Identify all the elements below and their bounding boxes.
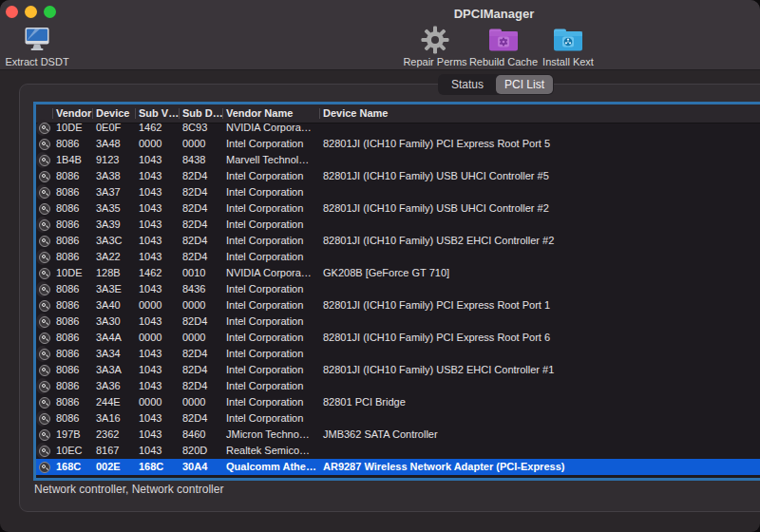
table-row[interactable]: 197B 2362 1043 8460 JMicron Techno… JMB3… — [36, 427, 760, 443]
sub-vendor-cell: 1043 — [136, 410, 180, 427]
device-id-cell: 3A4A — [93, 330, 136, 346]
vendor-id-cell: 8086 — [53, 184, 93, 200]
sub-device-cell: 82D4 — [180, 200, 223, 217]
device-id-cell: 3A34 — [93, 346, 136, 362]
sub-device-cell: 82D4 — [180, 314, 223, 330]
magnifier-icon — [39, 397, 50, 408]
extract-dsdt-button[interactable]: Extract DSDT — [4, 24, 70, 67]
table-row[interactable]: 8086 3A48 0000 0000 Intel Corporation 82… — [36, 136, 760, 152]
vendor-id-cell: 8086 — [53, 410, 93, 427]
table-row[interactable]: 8086 3A3C 1043 82D4 Intel Corporation 82… — [36, 233, 760, 249]
window-title: DPCIManager — [408, 7, 580, 21]
sub-device-cell: 0010 — [180, 265, 223, 281]
device-id-cell: 3A40 — [93, 297, 136, 314]
sub-device-cell: 82D4 — [180, 233, 223, 249]
device-name-cell: 82801JI (ICH10 Family) USB UHCI Controll… — [320, 378, 323, 394]
install-kext-button[interactable]: Install Kext — [532, 24, 604, 67]
magnifier-icon — [39, 332, 50, 344]
table-row[interactable]: 8086 3A22 1043 82D4 Intel Corporation 82… — [36, 249, 48, 265]
pci-table: Vendor Device Sub V… Sub D… Vendor Name … — [33, 102, 760, 481]
table-row[interactable]: 8086 3A37 1043 82D4 Intel Corporation 82… — [36, 184, 48, 200]
table-row[interactable]: 8086 3A16 1043 82D4 Intel Corporation 82… — [36, 410, 48, 427]
device-name-cell: 82801JI (ICH10 Family) PCI Express Root … — [320, 136, 760, 152]
magnifier-icon — [39, 219, 50, 231]
column-header-vendor[interactable]: Vendor — [53, 104, 93, 123]
device-name-cell: 82801JI (ICH10 Family) USB UHCI Controll… — [320, 217, 323, 233]
vendor-id-cell: 8086 — [53, 233, 93, 249]
sub-vendor-cell: 1043 — [136, 184, 180, 200]
tab-pci-list[interactable]: PCI List — [496, 75, 553, 94]
table-body: 10DE 0E0F 1462 8C93 NVIDIA Corpora… GK20… — [36, 120, 760, 475]
sub-vendor-cell: 1043 — [136, 281, 180, 297]
device-name-cell: 82801JI (ICH10 Family) PCI Express Root … — [320, 297, 760, 314]
close-button[interactable] — [6, 6, 18, 18]
sub-device-cell: 8438 — [180, 152, 223, 168]
column-header-vendor-name[interactable]: Vendor Name — [223, 104, 320, 123]
gear-icon — [421, 26, 449, 54]
column-header-device-name[interactable]: Device Name — [320, 104, 760, 123]
sub-vendor-cell: 1043 — [136, 200, 180, 217]
device-name-cell: 82801 PCI Bridge — [320, 394, 760, 410]
sub-device-cell: 82D4 — [180, 378, 223, 394]
table-row[interactable]: 8086 3A34 1043 82D4 Intel Corporation 82… — [36, 346, 48, 362]
sub-device-cell: 82D4 — [180, 249, 223, 265]
sub-vendor-cell: 1043 — [136, 168, 180, 184]
traffic-lights — [6, 6, 56, 18]
view-tabs: Status PCI List — [438, 74, 554, 95]
device-name-cell: 82801JIR (ICH10R) LPC Interface Controll… — [320, 410, 323, 427]
device-id-cell: 9123 — [93, 152, 136, 168]
table-row[interactable]: 10EC 8167 1043 820D Realtek Semico… RTL-… — [36, 443, 48, 459]
imac-display-icon — [23, 26, 51, 54]
device-id-cell: 3A48 — [93, 136, 136, 152]
table-row[interactable]: 8086 3A36 1043 82D4 Intel Corporation 82… — [36, 378, 48, 394]
sub-device-cell: 82D4 — [180, 362, 223, 378]
vendor-name-cell: Intel Corporation — [223, 362, 320, 378]
table-row[interactable]: 8086 3A3A 1043 82D4 Intel Corporation 82… — [36, 362, 760, 378]
column-header-sub-vendor[interactable]: Sub V… — [136, 104, 180, 123]
sub-device-cell: 82D4 — [180, 184, 223, 200]
vendor-id-cell: 8086 — [53, 362, 93, 378]
column-header-sub-device[interactable]: Sub D… — [180, 104, 223, 123]
vendor-name-cell: Intel Corporation — [223, 184, 320, 200]
device-name-cell: 82801JI (ICH10 Family) USB UHCI Controll… — [320, 200, 760, 217]
device-id-cell: 3A36 — [93, 378, 136, 394]
repair-perms-button[interactable]: Repair Perms — [397, 24, 473, 67]
column-header-icon[interactable] — [36, 104, 53, 123]
table-row[interactable]: 8086 3A30 1043 82D4 Intel Corporation 82… — [36, 314, 48, 330]
magnifier-icon — [39, 139, 50, 150]
tab-status[interactable]: Status — [439, 75, 496, 94]
magnifier-icon — [39, 284, 50, 295]
device-name-cell: 82801JI (ICH10 Family) PCI Express Root … — [320, 330, 760, 346]
table-row[interactable]: 8086 3A40 0000 0000 Intel Corporation 82… — [36, 297, 760, 314]
sub-device-cell: 0000 — [180, 136, 223, 152]
device-name-cell: 82801JI (ICH10 Family) USB UHCI Controll… — [320, 184, 323, 200]
minimize-button[interactable] — [25, 6, 37, 18]
zoom-button[interactable] — [44, 6, 56, 18]
magnifier-icon — [39, 236, 50, 247]
sub-device-cell: 0000 — [180, 297, 223, 314]
vendor-name-cell: Realtek Semico… — [223, 443, 320, 459]
vendor-name-cell: Intel Corporation — [223, 200, 320, 217]
vendor-name-cell: Intel Corporation — [223, 136, 320, 152]
magnifier-icon — [39, 413, 50, 425]
sub-vendor-cell: 1043 — [136, 346, 180, 362]
table-row[interactable]: 8086 3A4A 0000 0000 Intel Corporation 82… — [36, 330, 760, 346]
vendor-name-cell: Intel Corporation — [223, 217, 320, 233]
sub-vendor-cell: 1043 — [136, 443, 180, 459]
sub-vendor-cell: 0000 — [136, 136, 180, 152]
device-id-cell: 3A3C — [93, 233, 136, 249]
table-row[interactable]: 8086 3A39 1043 82D4 Intel Corporation 82… — [36, 217, 48, 233]
vendor-id-cell: 8086 — [53, 314, 93, 330]
table-row[interactable]: 10DE 128B 1462 0010 NVIDIA Corpora… GK20… — [36, 265, 760, 281]
magnifier-icon — [39, 446, 50, 457]
magnifier-icon — [39, 187, 50, 199]
magnifier-icon — [39, 171, 50, 182]
table-row[interactable]: 8086 244E 0000 0000 Intel Corporation 82… — [36, 394, 760, 410]
table-row[interactable]: 8086 3A3E 1043 8436 Intel Corporation 82… — [36, 281, 48, 297]
column-header-device[interactable]: Device — [93, 104, 136, 123]
folder-kext-icon — [553, 26, 583, 54]
table-row[interactable]: 8086 3A38 1043 82D4 Intel Corporation 82… — [36, 168, 760, 184]
table-row[interactable]: 8086 3A35 1043 82D4 Intel Corporation 82… — [36, 200, 760, 217]
table-row[interactable]: 168C 002E 168C 30A4 Qualcomm Athe… AR928… — [36, 459, 760, 475]
table-row[interactable]: 1B4B 9123 1043 8438 Marvell Technol… 88S… — [36, 152, 48, 168]
